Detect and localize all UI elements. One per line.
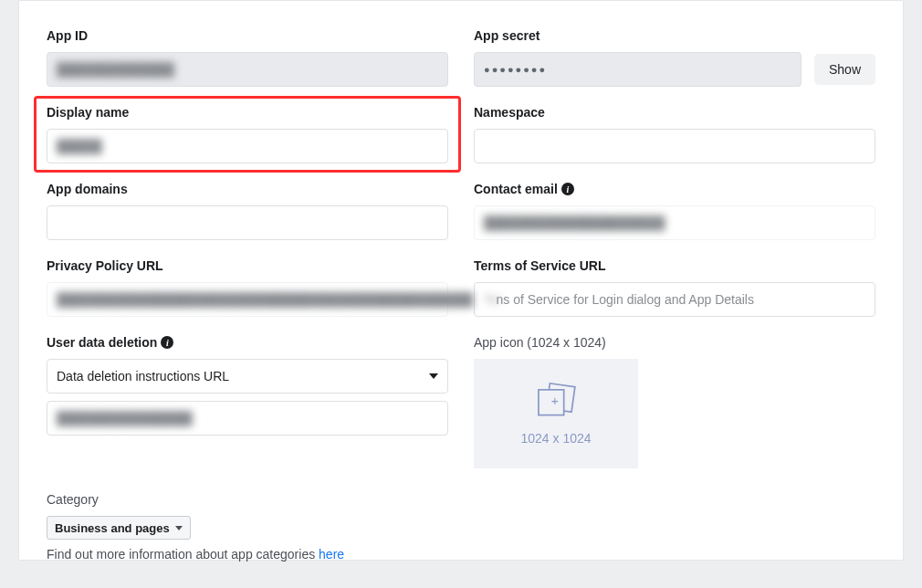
label-category: Category: [47, 492, 875, 507]
info-icon[interactable]: i: [161, 336, 173, 349]
label-app-secret: App secret: [474, 28, 875, 43]
category-learn-more-link[interactable]: here: [319, 547, 344, 562]
settings-card: App ID █████████████ App secret ●●●●●●●●…: [18, 0, 904, 561]
field-app-icon: App icon (1024 x 1024) + 1024 x 1024: [474, 335, 875, 468]
input-terms-url[interactable]: Ter ns of Service for Login dialog and A…: [474, 282, 875, 317]
field-category: Category Business and pages Find out mor…: [47, 492, 875, 562]
select-data-deletion-type[interactable]: Data deletion instructions URL: [47, 359, 448, 394]
input-privacy-url[interactable]: ████████████████████████████████████████…: [47, 282, 448, 317]
image-upload-icon: +: [532, 382, 580, 420]
field-contact-email: Contact email i ████████████████████: [474, 182, 875, 240]
info-icon[interactable]: i: [561, 183, 574, 195]
field-data-deletion: User data deletion i Data deletion instr…: [47, 335, 448, 468]
select-category[interactable]: Business and pages: [47, 516, 191, 540]
category-helper-text: Find out more information about app cate…: [47, 547, 875, 562]
input-app-domains[interactable]: [47, 205, 448, 240]
input-contact-email[interactable]: ████████████████████: [474, 205, 875, 240]
input-data-deletion-url[interactable]: ███████████████: [47, 401, 448, 436]
chevron-down-icon: [175, 526, 183, 530]
label-app-icon: App icon (1024 x 1024): [474, 335, 875, 350]
label-contact-email: Contact email i: [474, 182, 875, 196]
label-display-name: Display name: [47, 105, 448, 120]
field-app-id: App ID █████████████: [47, 28, 448, 87]
svg-text:+: +: [551, 394, 559, 408]
field-privacy-url: Privacy Policy URL █████████████████████…: [47, 258, 448, 317]
label-namespace: Namespace: [474, 105, 875, 120]
field-app-secret: App secret ●●●●●●●● Show: [474, 28, 875, 87]
chevron-down-icon: [429, 373, 438, 379]
label-privacy-url: Privacy Policy URL: [47, 258, 448, 273]
input-app-secret: ●●●●●●●●: [474, 52, 802, 87]
input-app-id: █████████████: [47, 52, 448, 87]
label-terms-url: Terms of Service URL: [474, 258, 875, 273]
input-namespace[interactable]: [474, 129, 875, 163]
app-icon-size-text: 1024 x 1024: [520, 431, 591, 446]
label-app-domains: App domains: [47, 182, 448, 196]
field-app-domains: App domains: [47, 182, 448, 240]
field-namespace: Namespace: [474, 105, 875, 163]
field-display-name: Display name █████: [47, 105, 448, 163]
show-secret-button[interactable]: Show: [814, 54, 875, 85]
label-data-deletion: User data deletion i: [47, 335, 448, 350]
field-terms-url: Terms of Service URL Ter ns of Service f…: [474, 258, 875, 317]
label-app-id: App ID: [47, 28, 448, 43]
app-icon-uploader[interactable]: + 1024 x 1024: [474, 359, 638, 468]
input-display-name[interactable]: █████: [47, 129, 448, 163]
